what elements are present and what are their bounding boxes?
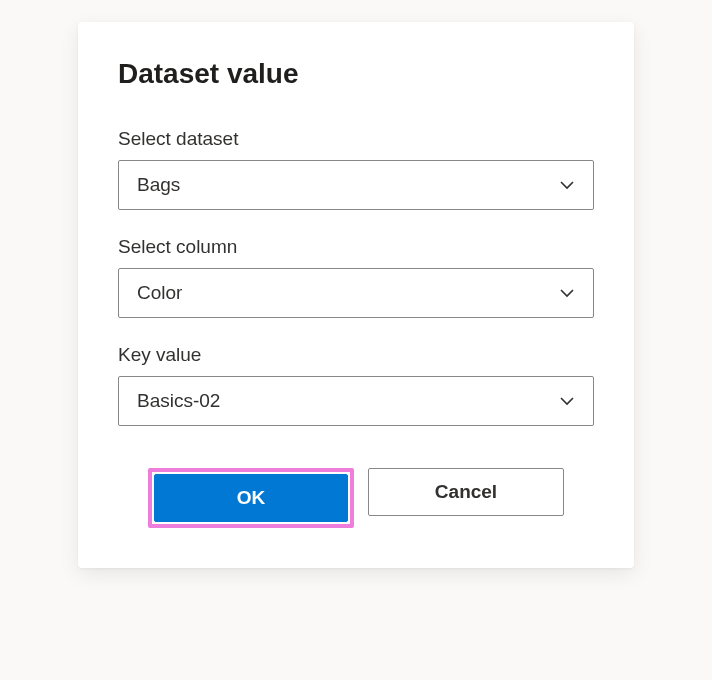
select-dataset-field: Select dataset Bags (118, 128, 594, 210)
select-column-value: Color (137, 282, 182, 304)
ok-button[interactable]: OK (154, 474, 348, 522)
dialog-title: Dataset value (118, 58, 594, 90)
select-dataset-dropdown[interactable]: Bags (118, 160, 594, 210)
chevron-down-icon (557, 175, 577, 195)
chevron-down-icon (557, 283, 577, 303)
dialog-button-row: OK Cancel (118, 468, 594, 528)
select-dataset-label: Select dataset (118, 128, 594, 150)
select-dataset-value: Bags (137, 174, 180, 196)
dataset-value-dialog: Dataset value Select dataset Bags Select… (78, 22, 634, 568)
key-value-label: Key value (118, 344, 594, 366)
key-value-value: Basics-02 (137, 390, 220, 412)
ok-button-highlight: OK (148, 468, 354, 528)
key-value-dropdown[interactable]: Basics-02 (118, 376, 594, 426)
key-value-field: Key value Basics-02 (118, 344, 594, 426)
select-column-field: Select column Color (118, 236, 594, 318)
chevron-down-icon (557, 391, 577, 411)
cancel-button[interactable]: Cancel (368, 468, 564, 516)
select-column-label: Select column (118, 236, 594, 258)
select-column-dropdown[interactable]: Color (118, 268, 594, 318)
